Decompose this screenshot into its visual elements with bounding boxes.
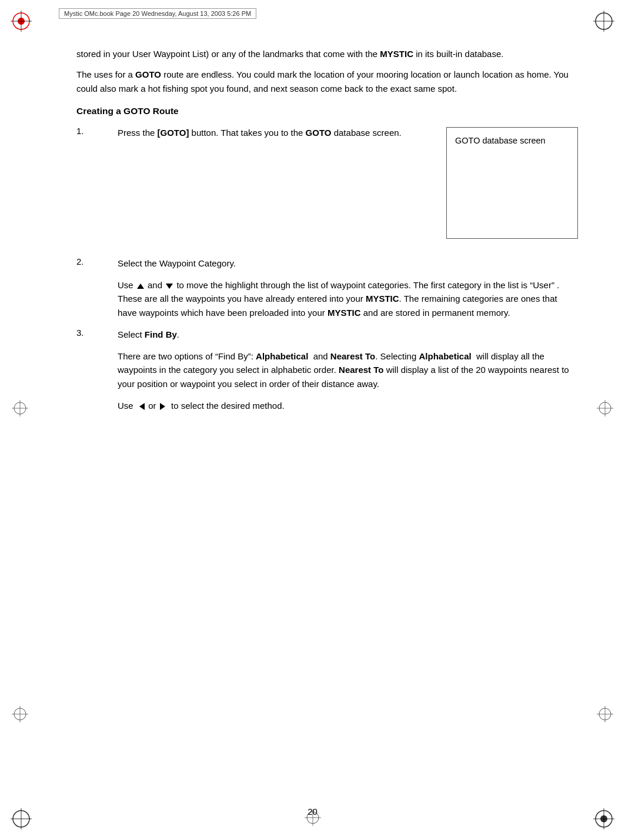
goto-database-box: GOTO database screen [446, 127, 578, 239]
mystic-bold-2: MYSTIC [366, 294, 399, 304]
alphabetical-bold-2: Alphabetical [419, 351, 471, 361]
arrow-left-icon [139, 403, 145, 410]
step-2-content: Select the Waypoint Category. [118, 256, 578, 270]
intro-para1: stored in your User Waypoint List) or an… [76, 47, 578, 61]
arrow-right-icon [160, 403, 165, 410]
section-heading: Creating a GOTO Route [76, 106, 578, 116]
step-2-number: 2. [76, 256, 118, 266]
arrow-down-icon [166, 284, 173, 289]
side-mark-left-lower [12, 706, 28, 722]
step-2-row: 2. Select the Waypoint Category. [76, 256, 578, 270]
step-1-content: Press the [GOTO] button. That takes you … [118, 126, 578, 239]
page-number: 20 [308, 806, 317, 816]
page: Mystic OMc.book Page 20 Wednesday, Augus… [0, 0, 625, 840]
goto-button-label: [GOTO] [158, 128, 189, 138]
step-1-text: Press the [GOTO] button. That takes you … [118, 126, 432, 139]
side-mark-left-mid [12, 400, 28, 416]
step-1-row: 1. Press the [GOTO] button. That takes y… [76, 126, 578, 239]
alphabetical-bold-1: Alphabetical [256, 351, 308, 361]
reg-mark-top-right [593, 11, 614, 32]
or-text: or [148, 401, 156, 411]
nearest-to-bold-2: Nearest To [339, 365, 383, 375]
goto-box-label: GOTO database screen [455, 135, 546, 147]
side-mark-right-lower [597, 706, 613, 722]
step-3-sub-para1: There are two options of “Find By”: Alph… [118, 349, 578, 391]
main-content: stored in your User Waypoint List) or an… [76, 47, 578, 793]
step-1-inner: Press the [GOTO] button. That takes you … [118, 126, 578, 239]
reg-mark-top-left [11, 11, 32, 32]
step-3-use-line: Use or to select the desired method. [118, 399, 578, 412]
arrow-up-icon [137, 284, 144, 289]
step-3-sub: There are two options of “Find By”: Alph… [118, 349, 578, 412]
mystic-bold-1: MYSTIC [380, 49, 413, 59]
intro-para2: The uses for a GOTO route are endless. Y… [76, 68, 578, 95]
nearest-to-bold-1: Nearest To [330, 351, 375, 361]
side-mark-right-mid [597, 400, 613, 416]
mystic-bold-3: MYSTIC [327, 308, 361, 318]
reg-mark-bottom-right [593, 808, 614, 829]
file-header: Mystic OMc.book Page 20 Wednesday, Augus… [59, 8, 256, 19]
goto-bold-step1: GOTO [306, 128, 332, 138]
goto-bold-intro: GOTO [135, 69, 161, 79]
step-1-number: 1. [76, 126, 118, 136]
step-3-row: 3. Select Find By. [76, 328, 578, 341]
step-3-number: 3. [76, 328, 118, 338]
intro-block: stored in your User Waypoint List) or an… [76, 47, 578, 95]
find-by-bold: Find By [145, 329, 177, 339]
step-3-content: Select Find By. [118, 328, 578, 341]
reg-mark-bottom-left [11, 808, 32, 829]
step-2-sub: Use and to move the highlight through th… [118, 278, 578, 319]
